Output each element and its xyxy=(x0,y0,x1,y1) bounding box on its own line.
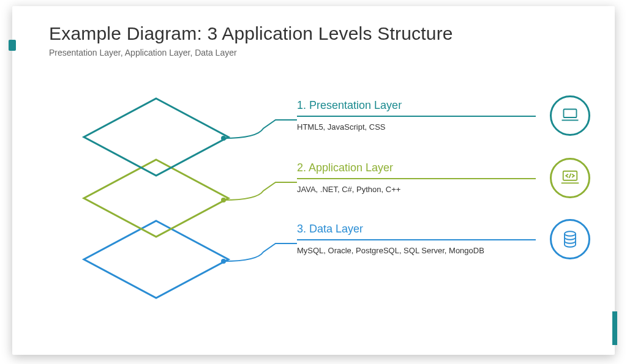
code-laptop-icon xyxy=(550,158,590,198)
laptop-icon xyxy=(550,95,590,136)
layer-rule-2 xyxy=(297,178,536,179)
layer-info-application: 2. Application Layer JAVA, .NET, C#, Pyt… xyxy=(297,162,541,195)
layer-stack xyxy=(70,97,254,299)
svg-point-12 xyxy=(565,231,576,236)
accent-left-shape xyxy=(9,40,16,51)
layer-desc-3: MySQL, Oracle, PostgreSQL, SQL Server, M… xyxy=(297,245,493,256)
layer-info-data: 3. Data Layer MySQL, Oracle, PostgreSQL,… xyxy=(297,223,541,256)
svg-rect-6 xyxy=(564,110,577,118)
layer-title-3: 3. Data Layer xyxy=(297,223,541,236)
layer-rule-1 xyxy=(297,116,536,117)
layer-rule-3 xyxy=(297,239,536,240)
layer-title-2: 2. Application Layer xyxy=(297,162,541,174)
svg-line-11 xyxy=(569,174,571,179)
slide-subtitle: Presentation Layer, Application Layer, D… xyxy=(49,48,587,58)
slide-title: Example Diagram: 3 Application Levels St… xyxy=(49,23,587,44)
diagram-content: 1. Presentation Layer HTML5, JavaScript,… xyxy=(12,70,615,333)
slide-diagram: Example Diagram: 3 Application Levels St… xyxy=(12,6,615,355)
slide-header: Example Diagram: 3 Application Levels St… xyxy=(12,6,615,58)
layer-title-1: 1. Presentation Layer xyxy=(297,99,541,112)
svg-marker-5 xyxy=(84,98,228,176)
layer-desc-1: HTML5, JavaScript, CSS xyxy=(297,122,493,133)
diamond-presentation-layer xyxy=(83,97,230,177)
layer-desc-2: JAVA, .NET, C#, Python, C++ xyxy=(297,184,493,195)
database-icon xyxy=(550,219,590,259)
layer-info-presentation: 1. Presentation Layer HTML5, JavaScript,… xyxy=(297,99,541,133)
